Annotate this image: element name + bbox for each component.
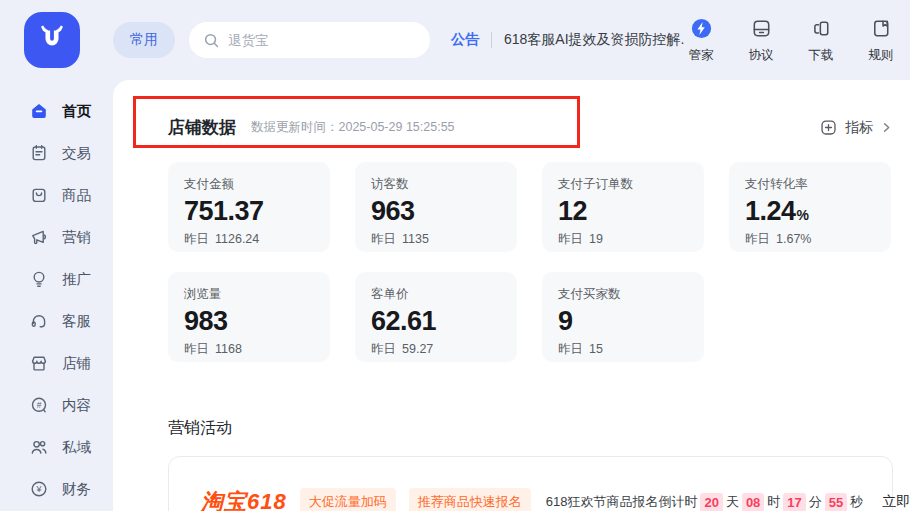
- sidebar-item-finance[interactable]: ¥ 财务: [0, 468, 113, 510]
- customer-service-headset-icon: [29, 311, 49, 331]
- metric-card-visitors[interactable]: 访客数 963 昨日1135: [355, 162, 517, 252]
- search-icon: [203, 32, 220, 49]
- countdown-prefix: 618狂欢节商品报名倒计时: [546, 493, 698, 511]
- metric-value: 751.37: [184, 196, 314, 227]
- topbar-actions: 管家 协议 下载: [684, 17, 898, 64]
- topbar-action-rules[interactable]: 规则: [864, 17, 898, 64]
- sidebar-item-label: 客服: [62, 312, 91, 331]
- ox-logo-icon: [35, 21, 69, 59]
- qianniu-logo[interactable]: [24, 12, 80, 68]
- sidebar-item-customer-service[interactable]: 客服: [0, 300, 113, 342]
- topbar: 常用 公告 618客服AI提效及资损防控解...: [0, 0, 910, 80]
- home-icon: [29, 101, 49, 121]
- search-box[interactable]: [189, 22, 430, 58]
- data-update-time: 数据更新时间：2025-05-29 15:25:55: [251, 119, 455, 136]
- search-input[interactable]: [228, 33, 416, 48]
- countdown-minutes: 17: [783, 493, 805, 511]
- sidebar-item-promotion[interactable]: 推广: [0, 258, 113, 300]
- promo-banner[interactable]: 淘宝618 大促流量加码 推荐商品快速报名 618狂欢节商品报名倒计时 20 天…: [168, 456, 893, 511]
- metric-label: 浏览量: [184, 286, 314, 303]
- metric-label: 支付转化率: [745, 176, 875, 193]
- divider: [491, 32, 492, 48]
- goods-bag-icon: [29, 185, 49, 205]
- qianniu-dashboard: 常用 公告 618客服AI提效及资损防控解...: [0, 0, 910, 511]
- sidebar-item-shop[interactable]: 店铺: [0, 342, 113, 384]
- store-data-header: 店铺数据 数据更新时间：2025-05-29 15:25:55 指标: [168, 116, 893, 139]
- metric-value: 9: [558, 306, 688, 337]
- metric-card-conversion-rate[interactable]: 支付转化率 1.24% 昨日1.67%: [729, 162, 891, 252]
- metric-label: 支付买家数: [558, 286, 688, 303]
- sidebar-item-content[interactable]: # 内容: [0, 384, 113, 426]
- metric-value: 983: [184, 306, 314, 337]
- chevron-right-icon: [880, 121, 893, 134]
- announcement-label: 公告: [451, 31, 479, 49]
- sidebar-item-label: 内容: [62, 396, 91, 415]
- metric-card-page-views[interactable]: 浏览量 983 昨日1168: [168, 272, 330, 362]
- sidebar-item-label: 首页: [62, 102, 91, 121]
- sidebar-item-marketing[interactable]: 营销: [0, 216, 113, 258]
- sidebar-item-label: 财务: [62, 480, 91, 499]
- metric-yesterday: 昨日59.27: [371, 341, 501, 358]
- sidebar-item-trade[interactable]: 交易: [0, 132, 113, 174]
- quick-access-button[interactable]: 常用: [113, 22, 175, 58]
- announcement-text[interactable]: 618客服AI提效及资损防控解...: [504, 31, 684, 49]
- metric-label: 客单价: [371, 286, 501, 303]
- countdown-days: 20: [700, 493, 722, 511]
- metric-cards: 支付金额 751.37 昨日1126.24 访客数 963 昨日1135 支付子…: [168, 162, 893, 362]
- metric-card-avg-order-value[interactable]: 客单价 62.61 昨日59.27: [355, 272, 517, 362]
- sidebar-item-label: 交易: [62, 144, 91, 163]
- taobao-618-logo[interactable]: 淘宝618: [201, 487, 287, 511]
- metric-value: 12: [558, 196, 688, 227]
- countdown-seconds: 55: [825, 493, 847, 511]
- sidebar-item-label: 营销: [62, 228, 91, 247]
- metric-value: 62.61: [371, 306, 501, 337]
- metric-label: 访客数: [371, 176, 501, 193]
- svg-text:¥: ¥: [35, 484, 42, 494]
- trade-order-icon: [29, 143, 49, 163]
- butler-lightning-icon: [690, 17, 713, 44]
- promotion-bulb-icon: [29, 269, 49, 289]
- sidebar-item-goods[interactable]: 商品: [0, 174, 113, 216]
- countdown-hours: 08: [742, 493, 764, 511]
- marketing-megaphone-icon: [29, 227, 49, 247]
- sidebar-item-private-domain[interactable]: 私域: [0, 426, 113, 468]
- metric-card-paid-suborders[interactable]: 支付子订单数 12 昨日19: [542, 162, 704, 252]
- rules-book-icon: [870, 17, 893, 44]
- metric-yesterday: 昨日1126.24: [184, 231, 314, 248]
- metric-label: 支付金额: [184, 176, 314, 193]
- countdown: 618狂欢节商品报名倒计时 20 天 08 时 17 分 55 秒: [546, 493, 864, 511]
- marketing-section-title: 营销活动: [168, 418, 893, 439]
- content-hash-icon: #: [29, 395, 49, 415]
- signup-now-button[interactable]: 立即报名: [882, 493, 910, 511]
- sidebar-item-label: 推广: [62, 270, 91, 289]
- metric-yesterday: 昨日15: [558, 341, 688, 358]
- promo-tag[interactable]: 推荐商品快速报名: [409, 488, 531, 511]
- sidebar: 首页 交易 商品: [0, 80, 113, 511]
- main-content: 店铺数据 数据更新时间：2025-05-29 15:25:55 指标: [113, 80, 910, 511]
- metrics-button[interactable]: 指标: [819, 118, 893, 137]
- promo-tag[interactable]: 大促流量加码: [300, 488, 396, 511]
- download-icon: [810, 17, 833, 44]
- metric-yesterday: 昨日1.67%: [745, 231, 875, 248]
- sidebar-item-label: 商品: [62, 186, 91, 205]
- metric-yesterday: 昨日19: [558, 231, 688, 248]
- sidebar-item-home[interactable]: 首页: [0, 90, 113, 132]
- metric-yesterday: 昨日1168: [184, 341, 314, 358]
- topbar-action-agreement[interactable]: 协议: [744, 17, 778, 64]
- topbar-action-download[interactable]: 下载: [804, 17, 838, 64]
- topbar-action-butler[interactable]: 管家: [684, 17, 718, 64]
- agreement-icon: [750, 17, 773, 44]
- finance-yen-icon: ¥: [29, 479, 49, 499]
- private-domain-people-icon: [29, 437, 49, 457]
- metric-card-paying-buyers[interactable]: 支付买家数 9 昨日15: [542, 272, 704, 362]
- svg-text:#: #: [37, 400, 42, 410]
- metric-label: 支付子订单数: [558, 176, 688, 193]
- announcement: 公告 618客服AI提效及资损防控解...: [451, 31, 684, 49]
- sidebar-item-label: 店铺: [62, 354, 91, 373]
- metric-value: 1.24%: [745, 196, 875, 227]
- metric-card-payment-amount[interactable]: 支付金额 751.37 昨日1126.24: [168, 162, 330, 252]
- shop-awning-icon: [29, 353, 49, 373]
- metric-value: 963: [371, 196, 501, 227]
- sidebar-item-label: 私域: [62, 438, 91, 457]
- metric-yesterday: 昨日1135: [371, 231, 501, 248]
